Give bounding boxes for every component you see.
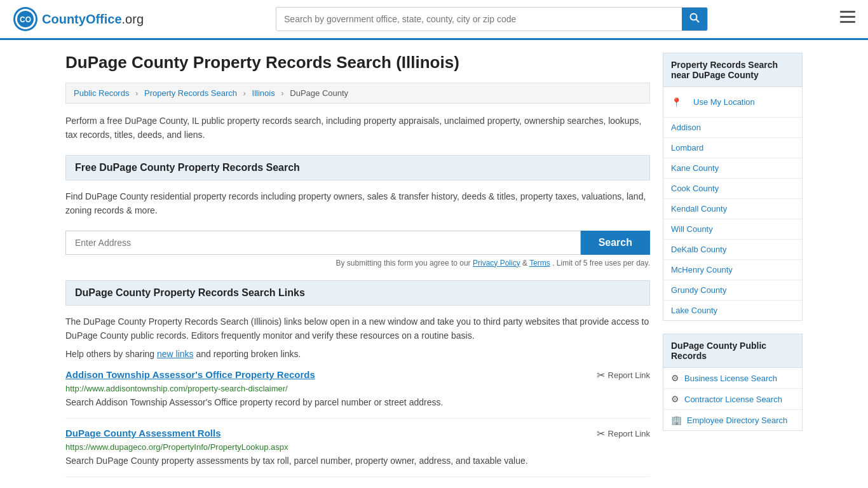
- main-content: DuPage County Property Records Search (I…: [65, 53, 650, 486]
- links-section: DuPage County Property Records Search Li…: [65, 280, 650, 478]
- svg-rect-7: [840, 16, 855, 18]
- list-item: Addison: [663, 118, 802, 138]
- logo-area: CO CountyOffice.org: [13, 6, 144, 32]
- use-location-item: 📍 Use My Location: [663, 87, 802, 118]
- list-item: Will County: [663, 219, 802, 240]
- employee-directory-link[interactable]: Employee Directory Search: [687, 416, 787, 425]
- svg-line-5: [696, 20, 700, 23]
- logo-icon: CO: [13, 6, 38, 32]
- privacy-policy-link[interactable]: Privacy Policy: [473, 259, 520, 268]
- nearby-heading: Property Records Search near DuPage Coun…: [663, 53, 803, 87]
- record-item: DuPage County Assessment Rolls ✂ Report …: [65, 428, 650, 477]
- main-container: DuPage County Property Records Search (I…: [53, 40, 815, 488]
- terms-link[interactable]: Terms: [529, 259, 550, 268]
- list-item: Lake County: [663, 301, 802, 320]
- sidebar-link-kendall[interactable]: Kendall County: [663, 199, 802, 219]
- sidebar-link-addison[interactable]: Addison: [663, 118, 802, 137]
- contractor-license-link[interactable]: Contractor License Search: [684, 395, 782, 404]
- list-item: Grundy County: [663, 280, 802, 301]
- address-input[interactable]: [65, 231, 581, 255]
- business-license-link[interactable]: Business License Search: [684, 374, 777, 383]
- list-item: Kane County: [663, 158, 802, 179]
- list-item: 🏢 Employee Directory Search: [663, 410, 802, 430]
- svg-rect-6: [840, 11, 855, 13]
- breadcrumb: Public Records › Property Records Search…: [65, 83, 650, 104]
- use-location-link[interactable]: Use My Location: [686, 92, 763, 112]
- list-item: Lombard: [663, 138, 802, 158]
- list-item: Cook County: [663, 179, 802, 199]
- header: CO CountyOffice.org: [0, 0, 868, 40]
- breadcrumb-property-records-search[interactable]: Property Records Search: [144, 88, 237, 98]
- breadcrumb-public-records[interactable]: Public Records: [74, 88, 129, 98]
- links-heading: DuPage County Property Records Search Li…: [65, 280, 650, 306]
- sidebar-link-kane[interactable]: Kane County: [663, 158, 802, 178]
- breadcrumb-dupage-county: DuPage County: [290, 88, 348, 98]
- record-title-dupage[interactable]: DuPage County Assessment Rolls: [65, 428, 221, 438]
- nearby-list: 📍 Use My Location Addison Lombard Kane C…: [663, 87, 803, 321]
- sidebar-link-grundy[interactable]: Grundy County: [663, 280, 802, 300]
- page-title: DuPage County Property Records Search (I…: [65, 53, 650, 72]
- address-search-button[interactable]: Search: [581, 231, 650, 255]
- form-note: By submitting this form you agree to our…: [65, 259, 650, 268]
- logo-text: CountyOffice.org: [42, 12, 144, 27]
- menu-icon[interactable]: [840, 11, 855, 27]
- location-icon: 📍: [671, 97, 682, 107]
- sidebar-link-will[interactable]: Will County: [663, 219, 802, 239]
- public-records-list: ⚙ Business License Search ⚙ Contractor L…: [663, 368, 803, 431]
- report-link-addison[interactable]: ✂ Report Link: [597, 369, 650, 381]
- svg-rect-8: [840, 21, 855, 23]
- help-text: Help others by sharing new links and rep…: [65, 349, 650, 359]
- global-search-bar: [276, 7, 708, 31]
- global-search-button[interactable]: [682, 8, 707, 30]
- sidebar-link-mchenry[interactable]: McHenry County: [663, 260, 802, 280]
- record-desc-addison: Search Addison Township Assessor's Offic…: [65, 396, 650, 409]
- links-description: The DuPage County Property Records Searc…: [65, 315, 650, 343]
- breadcrumb-illinois[interactable]: Illinois: [252, 88, 275, 98]
- svg-text:CO: CO: [20, 15, 31, 24]
- record-url-dupage: https://www.dupageco.org/PropertyInfo/Pr…: [65, 442, 650, 452]
- record-item: Addison Township Assessor's Office Prope…: [65, 369, 650, 419]
- list-item: ⚙ Contractor License Search: [663, 389, 802, 410]
- gear-icon: ⚙: [671, 394, 679, 404]
- sidebar: Property Records Search near DuPage Coun…: [663, 53, 803, 486]
- sidebar-link-lombard[interactable]: Lombard: [663, 138, 802, 158]
- global-search-input[interactable]: [276, 9, 682, 29]
- public-records-section: DuPage County Public Records ⚙ Business …: [663, 334, 803, 431]
- new-links-link[interactable]: new links: [157, 349, 194, 359]
- free-search-description: Find DuPage County residential property …: [65, 189, 650, 218]
- record-url-addison: http://www.addisontownship.com/property-…: [65, 384, 650, 393]
- record-title-addison[interactable]: Addison Township Assessor's Office Prope…: [65, 369, 315, 380]
- gear-icon: ⚙: [671, 373, 679, 383]
- public-records-heading: DuPage County Public Records: [663, 334, 803, 368]
- nearby-section: Property Records Search near DuPage Coun…: [663, 53, 803, 321]
- list-item: Kendall County: [663, 199, 802, 219]
- svg-point-4: [691, 14, 697, 20]
- report-link-dupage[interactable]: ✂ Report Link: [597, 428, 650, 440]
- record-desc-dupage: Search DuPage County property assessment…: [65, 454, 650, 468]
- free-search-heading: Free DuPage County Property Records Sear…: [65, 155, 650, 180]
- sidebar-link-cook[interactable]: Cook County: [663, 179, 802, 198]
- sidebar-link-dekalb[interactable]: DeKalb County: [663, 240, 802, 259]
- list-item: DeKalb County: [663, 240, 802, 260]
- list-item: ⚙ Business License Search: [663, 368, 802, 389]
- page-description: Perform a free DuPage County, IL public …: [65, 114, 650, 142]
- search-icon: [689, 13, 700, 23]
- building-icon: 🏢: [671, 415, 682, 425]
- report-icon: ✂: [597, 369, 605, 381]
- report-icon: ✂: [597, 428, 605, 440]
- sidebar-link-lake[interactable]: Lake County: [663, 301, 802, 320]
- list-item: McHenry County: [663, 260, 802, 280]
- address-search-form: Search By submitting this form you agree…: [65, 231, 650, 268]
